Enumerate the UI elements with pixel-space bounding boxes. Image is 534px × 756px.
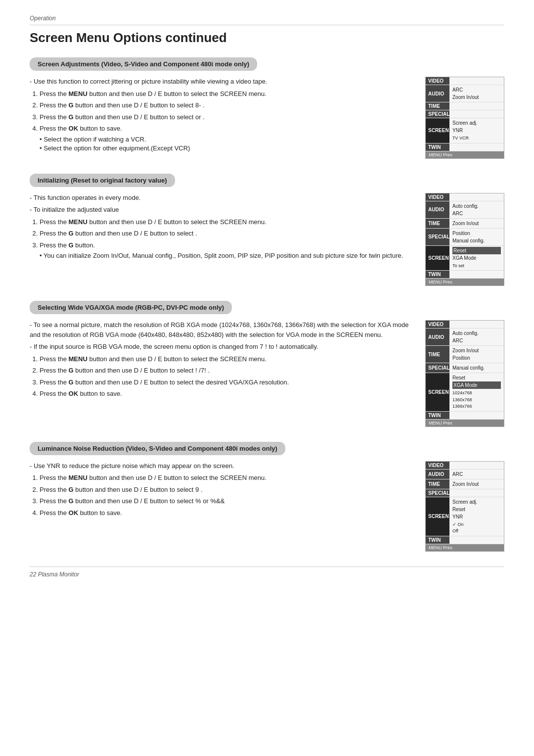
menu-item: Zoom In/out	[452, 94, 501, 101]
menu-items: ResetXGA Mode1024x768 1360x768 1366x766	[449, 373, 504, 411]
menu-item: Manual config.	[452, 237, 501, 244]
bullet-text: Select the option if watching a VCR.	[30, 136, 415, 143]
menu-items	[449, 143, 504, 151]
menu-footer: MENU Prev.	[426, 544, 504, 551]
breadcrumb: Operation	[30, 15, 504, 25]
step-item: Press the MENU button and then use D / E…	[40, 217, 415, 227]
menu-label: TIME	[426, 219, 449, 228]
section-header-initializing: Initializing (Reset to original factory …	[30, 174, 175, 187]
menu-label: SPECIAL	[426, 110, 449, 118]
menu-items	[449, 321, 504, 328]
intro-text: - If the input source is RGB VGA mode, t…	[30, 342, 415, 352]
menu-label: SPECIAL	[426, 363, 449, 373]
menu-item: YNR	[452, 513, 501, 520]
intro-text: - Use YNR to reduce the picture noise wh…	[30, 461, 415, 471]
menu-label: TIME	[426, 346, 449, 363]
menu-label: TWIN	[426, 143, 449, 151]
menu-label: SPECIAL	[426, 229, 449, 245]
menu-footer: MENU Prev.	[426, 151, 504, 158]
menu-items: Zoom In/outPosition	[449, 346, 504, 363]
menu-label: AUDIO	[426, 85, 449, 102]
menu-items: ResetXGA ModeTo set	[449, 246, 504, 271]
section-vga-xga: Selecting Wide VGA/XGA mode (RGB-PC, DVI…	[30, 301, 504, 427]
section-header-screen-adjustments: Screen Adjustments (Video, S-Video and C…	[30, 57, 257, 71]
step-item: Press the OK button to save.	[40, 124, 415, 134]
menu-items: Zoom In/out	[449, 219, 504, 228]
intro-text: - This function operates in every mode.	[30, 193, 415, 203]
menu-items: ARC	[449, 470, 504, 479]
section-luminance-noise: Luminance Noise Reduction (Video, S-Vide…	[30, 442, 504, 552]
step-item: Press the G button.	[40, 240, 415, 250]
menu-items: PositionManual config.	[449, 229, 504, 245]
menu-label: TIME	[426, 479, 449, 489]
menu-item: Zoom In/out	[452, 220, 501, 227]
menu-item: Reset	[452, 506, 501, 513]
menu-extra: ✓ OnOff	[452, 521, 501, 535]
page-title: Screen Menu Options continued	[30, 30, 504, 46]
menu-footer: MENU Prev.	[426, 420, 504, 426]
step-item: Press the G button and then use D / E bu…	[40, 485, 415, 495]
section-header-luminance-noise: Luminance Noise Reduction (Video, S-Vide…	[30, 442, 285, 455]
step-item: Press the G button and then use D / E bu…	[40, 229, 415, 238]
menu-label: SCREEN	[426, 497, 449, 536]
menu-items	[449, 77, 504, 85]
menu-label: AUDIO	[426, 470, 449, 479]
bullet-text: You can initialize Zoom In/Out, Manual c…	[30, 252, 415, 259]
menu-item: Manual config.	[452, 364, 501, 372]
menu-label: AUDIO	[426, 201, 449, 218]
menu-label: TIME	[426, 102, 449, 110]
step-item: Press the OK button to save.	[40, 389, 415, 399]
menu-label: TWIN	[426, 412, 449, 419]
menu-panel-initializing: VIDEOAUDIOAuto config.ARCTIMEZoom In/out…	[425, 193, 504, 286]
menu-item: Screen adj.	[452, 498, 501, 506]
menu-items	[449, 462, 504, 469]
menu-items	[449, 536, 504, 544]
menu-item: Zoom In/out	[452, 347, 501, 354]
menu-items	[449, 193, 504, 201]
menu-items	[449, 102, 504, 110]
bullet-text: Select the option for other equipment.(E…	[30, 144, 415, 152]
menu-item: ARC	[452, 210, 501, 217]
menu-label: SPECIAL	[426, 489, 449, 497]
menu-item: YNR	[452, 127, 501, 134]
step-item: Press the G button and then use D / E bu…	[40, 100, 415, 110]
menu-items: Auto config.ARC	[449, 201, 504, 218]
menu-label: TWIN	[426, 536, 449, 544]
menu-item: XGA Mode	[452, 381, 501, 389]
menu-label: SCREEN	[426, 246, 449, 271]
menu-items: Manual config.	[449, 363, 504, 373]
menu-label: VIDEO	[426, 321, 449, 328]
step-item: Press the OK button to save.	[40, 508, 415, 518]
step-item: Press the G button and then use D / E bu…	[40, 366, 415, 376]
menu-items: Auto config.ARC	[449, 329, 504, 345]
menu-panel-screen-adjustments: VIDEOAUDIOARCZoom In/outTIMESPECIALSCREE…	[425, 77, 504, 159]
menu-extra: 1024x768 1360x768 1366x766	[452, 390, 501, 410]
intro-text: - To see a normal picture, match the res…	[30, 320, 415, 339]
menu-items: ARCZoom In/out	[449, 85, 504, 102]
menu-item: Position	[452, 354, 501, 362]
menu-item: ARC	[452, 471, 501, 478]
menu-extra: TV VCR	[452, 135, 501, 142]
menu-extra: To set	[452, 263, 501, 270]
section-header-vga-xga: Selecting Wide VGA/XGA mode (RGB-PC, DVI…	[30, 301, 232, 314]
menu-item: Auto config.	[452, 202, 501, 210]
step-item: Press the G button and then use D / E bu…	[40, 496, 415, 506]
menu-item: Zoom In/out	[452, 480, 501, 488]
menu-item: Screen adj.	[452, 119, 501, 127]
menu-item: ARC	[452, 337, 501, 344]
step-item: Press the G button and then use D / E bu…	[40, 112, 415, 122]
menu-label: VIDEO	[426, 462, 449, 469]
step-item: Press the MENU button and then use D / E…	[40, 473, 415, 483]
menu-label: SCREEN	[426, 118, 449, 143]
menu-item: ARC	[452, 86, 501, 94]
intro-text: - Use this function to correct jittering…	[30, 77, 415, 87]
section-initializing: Initializing (Reset to original factory …	[30, 174, 504, 286]
menu-panel-luminance-noise: VIDEOAUDIOARCTIMEZoom In/outSPECIALSCREE…	[425, 461, 504, 552]
menu-panel-vga-xga: VIDEOAUDIOAuto config.ARCTIMEZoom In/out…	[425, 320, 504, 427]
menu-footer: MENU Prev.	[426, 279, 504, 285]
menu-items	[449, 489, 504, 497]
menu-items: Zoom In/out	[449, 479, 504, 489]
menu-items: Screen adj.YNRTV VCR	[449, 118, 504, 143]
menu-label: TWIN	[426, 271, 449, 278]
menu-items	[449, 412, 504, 419]
